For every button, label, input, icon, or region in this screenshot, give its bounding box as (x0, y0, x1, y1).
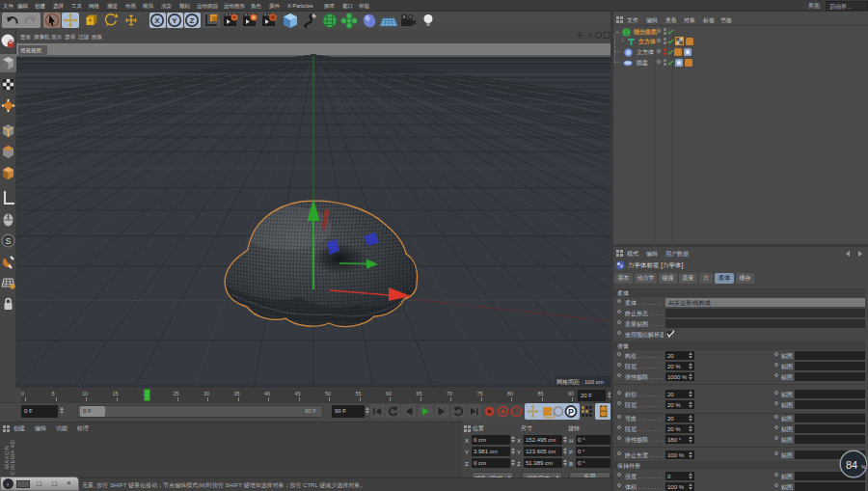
svg-text:84: 84 (846, 459, 857, 471)
svg-text:X: X (154, 16, 160, 25)
svg-text:S: S (5, 236, 11, 246)
svg-text:Z: Z (190, 16, 195, 25)
svg-text:Y: Y (172, 16, 177, 25)
svg-text:P: P (568, 407, 574, 417)
svg-text:?: ? (514, 408, 519, 417)
svg-text:%: % (861, 464, 866, 470)
